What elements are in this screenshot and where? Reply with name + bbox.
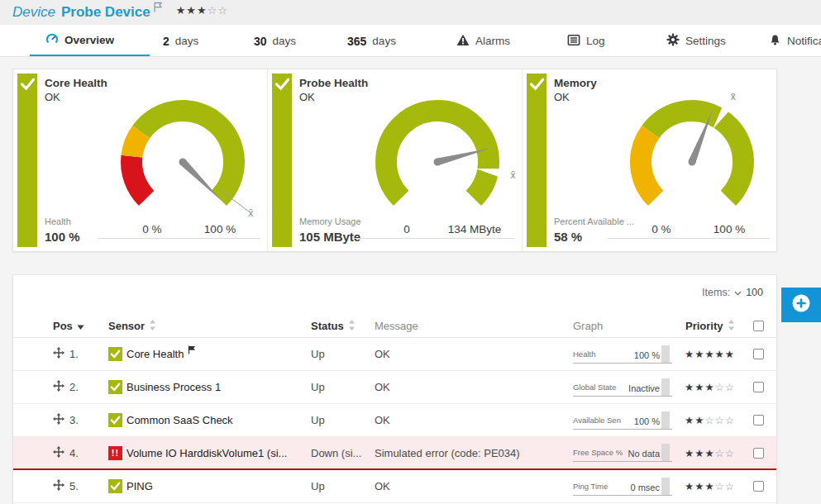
priority-stars[interactable]: ★★★☆☆ <box>672 381 741 393</box>
mini-graph-value: 0 msec <box>631 483 660 492</box>
move-handle-icon[interactable] <box>53 446 64 460</box>
sensor-ok-icon <box>108 413 122 427</box>
priority-stars[interactable]: ★★★★★ <box>672 348 741 360</box>
sensor-error-icon: !! <box>108 446 122 460</box>
sensor-ok-icon <box>108 479 122 493</box>
divider <box>98 238 260 239</box>
svg-text:134 MByte: 134 MByte <box>448 223 502 235</box>
gauge-title[interactable]: Probe Health <box>299 77 368 89</box>
priority-stars[interactable]: ★★☆☆☆ <box>672 414 741 426</box>
position-cell: 1. <box>40 347 95 361</box>
gauge-status: OK <box>299 91 315 103</box>
gear-icon <box>666 33 680 49</box>
mini-graph-label: Health <box>573 349 595 359</box>
position-cell: 4. <box>40 446 95 460</box>
tab-2-days[interactable]: 2 days <box>163 25 198 57</box>
sensor-name-cell[interactable]: PING <box>95 479 298 493</box>
tab-365-days[interactable]: 365 days <box>347 25 396 57</box>
mini-graph-bar <box>661 444 670 461</box>
mini-graph[interactable]: Health 100 % <box>573 345 672 364</box>
mini-graph[interactable]: Ping Time 0 msec <box>573 478 672 496</box>
position-number: 2. <box>69 381 79 393</box>
gauge-panel-probe-health: Probe Health OK x̄0134 MByte Memory Usag… <box>267 69 522 251</box>
priority-stars[interactable]: ★★★☆☆ <box>672 447 741 459</box>
sensor-name-cell[interactable]: Business Process 1 <box>95 380 298 394</box>
tab-alarms[interactable]: Alarms <box>456 25 510 57</box>
select-cell <box>741 415 774 426</box>
device-title: Probe Device <box>61 4 150 21</box>
svg-text:100 %: 100 % <box>714 223 745 235</box>
check-icon <box>274 77 290 94</box>
move-handle-icon[interactable] <box>53 380 64 394</box>
table-header-row: Pos Sensor Status Message <box>13 315 776 338</box>
mini-graph[interactable]: Free Space % No data <box>573 444 672 462</box>
device-priority-stars[interactable]: ★★★☆☆ <box>176 4 228 17</box>
sensor-name-cell[interactable]: Core Health <box>95 345 298 364</box>
mini-graph[interactable]: Global State Inactive <box>573 378 672 397</box>
table-body: 1. Core Health Up OK Health 100 % ★★★★★ <box>13 338 776 503</box>
row-checkbox[interactable] <box>753 349 764 359</box>
row-checkbox[interactable] <box>753 415 764 426</box>
position-cell: 5. <box>40 479 95 493</box>
mini-graph[interactable]: Available Sen 100 % <box>573 411 672 430</box>
row-checkbox[interactable] <box>753 448 764 459</box>
select-all-checkbox[interactable] <box>753 321 764 331</box>
chevron-down-icon <box>734 287 742 298</box>
column-header-status[interactable]: Status <box>298 320 361 333</box>
sensor-name: Common SaaS Check <box>126 414 233 426</box>
gauge-title[interactable]: Memory <box>554 77 597 89</box>
status-up-bar <box>527 74 547 247</box>
device-header: Device Probe Device ★★★☆☆ <box>0 0 821 25</box>
mini-graph-label: Global State <box>573 383 616 392</box>
svg-text:x̄: x̄ <box>511 169 516 181</box>
gauge-title[interactable]: Core Health <box>45 77 107 89</box>
graph-cell: Global State Inactive <box>560 378 672 397</box>
svg-text:x̄: x̄ <box>731 91 736 102</box>
sensor-message: OK <box>361 414 560 426</box>
column-header-pos[interactable]: Pos <box>40 320 95 332</box>
tab-bar: Overview 2 days 30 days 365 days Alarms … <box>0 25 821 57</box>
sensor-row: 5. PING Up OK Ping Time 0 msec ★★★☆☆ <box>13 470 776 503</box>
move-handle-icon[interactable] <box>53 347 64 361</box>
items-per-page-control[interactable]: Items: 100 <box>702 287 763 298</box>
gauge-status: OK <box>554 91 570 103</box>
row-checkbox[interactable] <box>753 382 764 392</box>
svg-text:0 %: 0 % <box>142 223 161 235</box>
sensor-name: PING <box>126 480 153 492</box>
sensor-name-cell[interactable]: !! Volume IO HarddiskVolume1 (si... <box>95 446 298 460</box>
sensor-status: Up <box>298 348 361 360</box>
column-header-message: Message <box>361 320 560 332</box>
tab-30-days[interactable]: 30 days <box>254 25 296 57</box>
priority-stars[interactable]: ★★★☆☆ <box>672 480 741 492</box>
mini-graph-bar <box>661 345 670 363</box>
sensor-status: Down (si... <box>298 447 361 459</box>
mini-graph-value: Inactive <box>628 383 660 393</box>
tab-overview[interactable]: Overview <box>30 25 150 57</box>
select-cell <box>741 349 774 359</box>
move-handle-icon[interactable] <box>53 413 64 427</box>
sensor-message: OK <box>361 381 560 393</box>
tab-log[interactable]: Log <box>567 25 605 57</box>
move-handle-icon[interactable] <box>53 479 64 493</box>
column-header-sensor[interactable]: Sensor <box>95 320 298 333</box>
gauge-status: OK <box>45 91 60 103</box>
sensor-name-cell[interactable]: Common SaaS Check <box>95 413 298 427</box>
row-checkbox[interactable] <box>753 481 764 492</box>
tab-settings[interactable]: Settings <box>666 25 726 57</box>
select-cell <box>741 448 774 459</box>
mini-graph-value: 100 % <box>634 350 660 360</box>
sensor-ok-icon <box>108 347 122 361</box>
sensor-ok-icon <box>108 380 122 394</box>
status-up-bar <box>272 74 292 247</box>
tab-notifications[interactable]: Notifications <box>769 25 821 57</box>
log-icon <box>567 34 580 49</box>
graph-cell: Health 100 % <box>560 345 672 364</box>
gauge-metric-value: 100 % <box>45 230 80 244</box>
flag-icon[interactable] <box>153 1 163 16</box>
sort-desc-icon <box>77 320 84 332</box>
sensor-table: Pos Sensor Status Message <box>13 315 776 503</box>
column-header-priority[interactable]: Priority <box>672 320 741 333</box>
add-button[interactable] <box>781 288 821 322</box>
graph-cell: Available Sen 100 % <box>560 411 672 430</box>
position-cell: 3. <box>40 413 95 427</box>
